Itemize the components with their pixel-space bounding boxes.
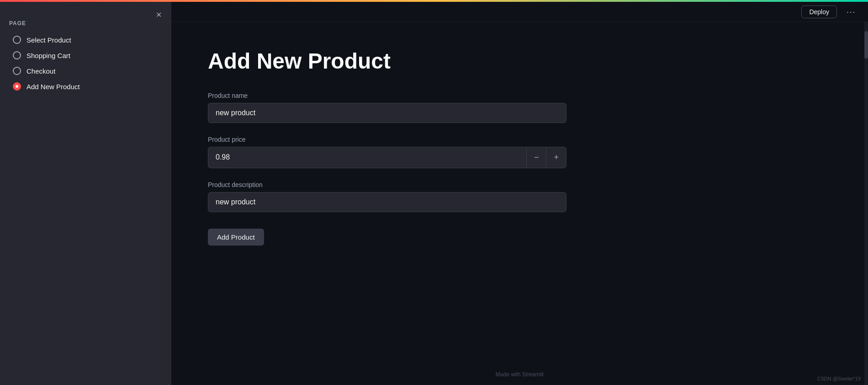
scrollbar-track[interactable] — [864, 22, 868, 385]
radio-add-new-product — [13, 82, 21, 91]
price-increment-button[interactable]: + — [546, 147, 566, 168]
top-header: Deploy ⋯ — [171, 2, 868, 22]
watermark: CSDN @Sweler*19 — [817, 376, 861, 381]
product-description-label: Product description — [208, 181, 831, 188]
product-name-input[interactable] — [208, 103, 566, 123]
price-decrement-button[interactable]: − — [526, 147, 546, 168]
footer-text: Made with Streamlit — [496, 371, 544, 378]
radio-shopping-cart — [13, 51, 21, 59]
close-icon: ✕ — [156, 11, 162, 19]
right-panel: Deploy ⋯ Add New Product Product name Pr… — [171, 2, 868, 385]
product-description-input[interactable] — [208, 192, 566, 212]
add-product-button[interactable]: Add Product — [208, 229, 264, 246]
sidebar-label-add-new-product: Add New Product — [26, 83, 80, 91]
product-price-group: Product price − + — [208, 136, 831, 168]
sidebar-label-select-product: Select Product — [26, 36, 71, 44]
sidebar-section-label: Page — [0, 9, 171, 32]
sidebar-item-select-product[interactable]: Select Product — [4, 32, 168, 48]
radio-select-product — [13, 36, 21, 44]
sidebar-label-checkout: Checkout — [26, 67, 55, 75]
deploy-button[interactable]: Deploy — [801, 5, 837, 18]
product-name-label: Product name — [208, 92, 831, 99]
sidebar: ✕ Page Select Product Shopping Cart Chec… — [0, 2, 171, 385]
main-content: Add New Product Product name Product pri… — [171, 22, 868, 385]
product-description-group: Product description — [208, 181, 831, 212]
sidebar-label-shopping-cart: Shopping Cart — [26, 52, 70, 59]
product-price-wrapper: − + — [208, 147, 566, 168]
product-price-label: Product price — [208, 136, 831, 143]
sidebar-close-button[interactable]: ✕ — [152, 8, 165, 21]
product-name-group: Product name — [208, 92, 831, 123]
product-price-input[interactable] — [208, 148, 526, 167]
scrollbar-thumb[interactable] — [864, 31, 868, 59]
radio-checkout — [13, 67, 21, 75]
sidebar-item-shopping-cart[interactable]: Shopping Cart — [4, 48, 168, 63]
sidebar-item-add-new-product[interactable]: Add New Product — [4, 79, 168, 94]
page-title: Add New Product — [208, 49, 831, 74]
sidebar-item-checkout[interactable]: Checkout — [4, 63, 168, 79]
more-options-button[interactable]: ⋯ — [842, 5, 859, 19]
